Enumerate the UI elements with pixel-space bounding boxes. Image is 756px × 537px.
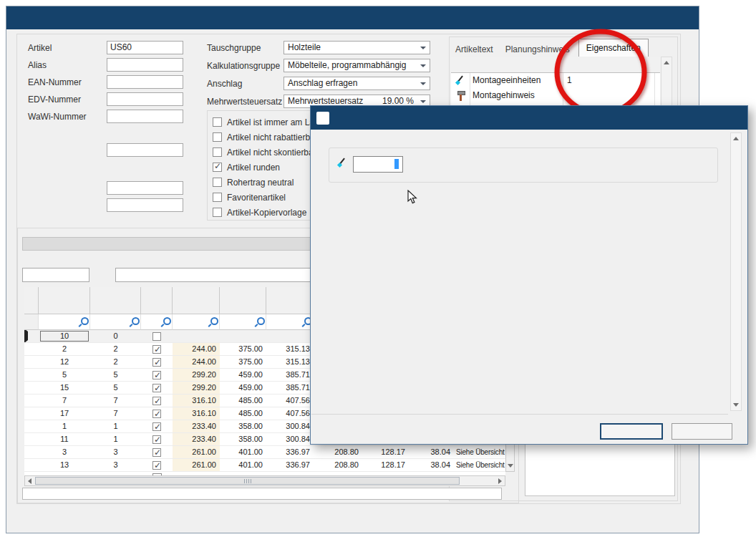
- lieferbar-cell[interactable]: [141, 343, 173, 355]
- checkbox[interactable]: [213, 163, 222, 172]
- lieferbar-checkbox[interactable]: [152, 422, 161, 431]
- filter-cell[interactable]: [173, 314, 220, 330]
- listenpreis-cell[interactable]: 299.20: [173, 382, 220, 394]
- katalog-preisgruppe-cell[interactable]: 7: [90, 395, 141, 407]
- lieferbar-cell[interactable]: [141, 420, 173, 432]
- vk-inkl-cell[interactable]: 401.00: [220, 459, 266, 471]
- chevron-down-icon[interactable]: [420, 47, 426, 49]
- checkbox[interactable]: [213, 132, 222, 142]
- katalog-preisgruppe-cell[interactable]: 1: [90, 420, 141, 432]
- dialog-scrollbar[interactable]: [730, 132, 742, 411]
- panel-tab[interactable]: Planungshinweis: [502, 42, 573, 57]
- chevron-down-icon[interactable]: [420, 82, 426, 85]
- checkbox[interactable]: [213, 193, 222, 202]
- filter-cell[interactable]: [266, 314, 314, 330]
- table-horizontal-scrollbar[interactable]: [24, 475, 505, 486]
- window-titlebar[interactable]: [6, 6, 699, 29]
- listenpreis-cell[interactable]: 316.10: [173, 395, 220, 407]
- vk-inkl-cell[interactable]: 485.00: [220, 407, 266, 420]
- column-header[interactable]: [173, 287, 220, 314]
- hinweis-cell[interactable]: Siehe Übersicht: [454, 459, 505, 471]
- listenpreis-cell[interactable]: 261.00: [173, 446, 220, 458]
- katalog-preisgruppe-cell[interactable]: 0: [90, 330, 141, 342]
- lieferbar-checkbox[interactable]: [152, 448, 161, 457]
- katalog-preisgruppe-cell[interactable]: 5: [90, 369, 141, 381]
- chevron-down-icon[interactable]: [420, 64, 426, 67]
- vk-inkl-cell[interactable]: 459.00: [220, 382, 266, 394]
- lieferbar-cell[interactable]: [141, 459, 173, 471]
- lieferbar-checkbox[interactable]: [152, 397, 161, 405]
- listenpreis-cell[interactable]: 244.00: [173, 356, 220, 368]
- vk-exkl-cell[interactable]: 407.56: [266, 407, 314, 420]
- lieferbar-cell[interactable]: [141, 433, 173, 445]
- vk-inkl-cell[interactable]: 358.00: [220, 433, 266, 445]
- column-header[interactable]: [220, 287, 266, 314]
- field-input[interactable]: US60: [107, 41, 183, 54]
- katalog-preisgruppe-cell[interactable]: 5: [90, 382, 141, 394]
- lieferbar-cell[interactable]: [141, 356, 173, 368]
- vk-exkl-cell[interactable]: 336.97: [266, 459, 314, 471]
- vk-exkl-cell[interactable]: 315.13: [266, 356, 314, 368]
- vk-inkl-cell[interactable]: 375.00: [220, 356, 266, 368]
- katalogseite-input[interactable]: [107, 143, 183, 157]
- panel-tab[interactable]: Artikeltext: [452, 42, 497, 57]
- field-input[interactable]: [107, 75, 183, 89]
- column-header[interactable]: [141, 287, 173, 314]
- property-row[interactable]: Montageeinheiten 1: [451, 73, 660, 88]
- scroll-right-icon[interactable]: [498, 478, 502, 484]
- gueltig-bis-input[interactable]: [107, 198, 183, 212]
- lieferbar-checkbox[interactable]: [152, 358, 161, 367]
- lieferbar-cell[interactable]: [141, 330, 173, 342]
- chevron-down-icon[interactable]: [420, 100, 426, 103]
- field-input[interactable]: [107, 110, 183, 123]
- vk-inkl-cell[interactable]: 401.00: [220, 446, 266, 458]
- katalog-preisgruppe-cell[interactable]: 2: [90, 356, 141, 368]
- vk-exkl-cell[interactable]: 407.56: [266, 395, 314, 407]
- montageeinheiten-input[interactable]: [353, 156, 403, 173]
- lieferbar-checkbox[interactable]: [152, 461, 161, 470]
- vk-inkl-cell[interactable]: 375.00: [220, 343, 266, 355]
- listenpreis-cell[interactable]: [173, 330, 220, 342]
- gueltig-von-input[interactable]: [107, 181, 183, 195]
- lieferbar-checkbox[interactable]: [152, 332, 161, 341]
- panel-tab[interactable]: Eigenschaften: [578, 39, 649, 57]
- listenpreis-cell[interactable]: 233.40: [173, 433, 220, 445]
- checkbox[interactable]: [213, 117, 222, 127]
- magnifier-icon[interactable]: [208, 317, 218, 327]
- listenpreis-cell[interactable]: 233.40: [173, 420, 220, 432]
- filter-cell[interactable]: [141, 314, 173, 330]
- vk-exkl-cell[interactable]: 385.71: [266, 369, 314, 381]
- lieferbar-cell[interactable]: [141, 395, 173, 407]
- lieferbar-cell[interactable]: [141, 369, 173, 381]
- katalog-preisgruppe-cell[interactable]: 1: [90, 433, 141, 445]
- lieferbar-checkbox[interactable]: [152, 410, 161, 418]
- filter-cell[interactable]: [90, 314, 141, 330]
- dropdown-select[interactable]: Holzteile: [284, 41, 430, 54]
- filter-cell[interactable]: [39, 314, 90, 330]
- vk-exkl-cell[interactable]: 300.84: [266, 433, 314, 445]
- vk-inkl-cell[interactable]: [220, 330, 266, 342]
- lieferbar-checkbox[interactable]: [152, 345, 161, 354]
- price-cell[interactable]: 208.80: [314, 446, 362, 458]
- property-row[interactable]: Montagehinweis: [451, 88, 660, 103]
- price-cell[interactable]: 128.17: [362, 446, 409, 458]
- vk-exkl-cell[interactable]: 315.13: [266, 343, 314, 355]
- field-input[interactable]: [107, 92, 183, 106]
- listenpreis-cell[interactable]: 244.00: [173, 343, 220, 355]
- ok-button[interactable]: [600, 423, 663, 440]
- table-row[interactable]: 3 3 261.00 401.00 336.97 208.80 128.17 3…: [24, 446, 505, 459]
- lieferbar-cell[interactable]: [141, 446, 173, 458]
- listenpreis-cell[interactable]: 316.10: [173, 407, 220, 420]
- lieferbar-checkbox[interactable]: [152, 384, 161, 392]
- katalog-preisgruppe-cell[interactable]: 3: [90, 446, 141, 458]
- price-cell[interactable]: 128.17: [362, 459, 409, 471]
- vk-inkl-cell[interactable]: 358.00: [220, 420, 266, 432]
- checkbox[interactable]: [213, 208, 222, 217]
- lieferbar-cell[interactable]: [141, 407, 173, 420]
- magnifier-icon[interactable]: [254, 317, 264, 327]
- column-header[interactable]: [90, 287, 141, 314]
- lieferbar-checkbox[interactable]: [152, 435, 161, 444]
- column-header[interactable]: [39, 287, 90, 314]
- lieferbar-cell[interactable]: [141, 382, 173, 394]
- checkbox[interactable]: [213, 178, 222, 187]
